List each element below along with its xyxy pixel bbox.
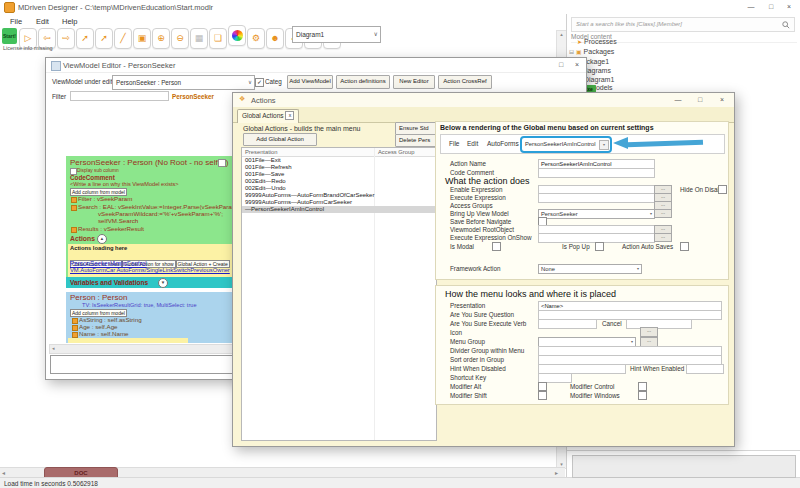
minimize-icon[interactable]: — (671, 96, 685, 103)
viewmodel-root-box[interactable]: PersonSeeker : Person (No Root - no self… (66, 156, 253, 288)
maximize-icon[interactable]: □ (764, 3, 778, 10)
viewmodel-combo[interactable]: PersonSeeker : Person ∨ (112, 75, 255, 90)
maximize-icon[interactable]: □ (554, 61, 568, 68)
categ-checkbox[interactable]: ✓ (255, 78, 264, 87)
list-item[interactable]: 99999AutoForms—AutoFormBrandOfCarSeeker (242, 192, 437, 199)
close-icon[interactable]: × (782, 3, 796, 10)
modifier-shift-checkbox[interactable] (538, 391, 547, 400)
column-asstring[interactable]: AsString : self.asString (79, 316, 142, 323)
delete-pers-button[interactable]: Delete Pers (395, 134, 440, 147)
modifier-windows-checkbox[interactable] (638, 391, 647, 400)
hint-enabled-input[interactable] (686, 364, 724, 374)
action-auto-saves-checkbox[interactable] (680, 242, 689, 251)
code-comment-input[interactable] (538, 168, 655, 178)
pointer-arrow-icon[interactable]: ➚ (76, 28, 94, 49)
action-definitions-button[interactable]: Action definitions (336, 75, 390, 89)
scroll-left-icon[interactable]: ◂ (52, 345, 55, 351)
no-self-checkbox[interactable] (218, 159, 226, 167)
connector-line-icon[interactable]: ╱ (114, 28, 132, 49)
tree-label: Packages (584, 48, 615, 55)
preview-menu-autoforms[interactable]: AutoForms (487, 140, 519, 147)
tree-item-packages[interactable]: ⊟ ▣ Packages (569, 48, 614, 55)
list-item[interactable]: 002Edit—Redo (242, 178, 437, 185)
is-popup-label: Is Pop Up (562, 243, 590, 250)
hide-on-disable-checkbox[interactable] (718, 185, 727, 194)
bring-up-view-model-combo[interactable]: PersonSeeker ▾ (538, 209, 655, 219)
new-editor-button[interactable]: New Editor (393, 75, 435, 89)
search-node-line1[interactable]: Search : EAL: vSeekIntValue:=Integer.Par… (78, 203, 241, 210)
diagram-combo[interactable]: Diagram1 ∨ (292, 26, 381, 43)
scroll-up-icon[interactable]: ▴ (557, 31, 566, 37)
zoom-out-icon[interactable]: ⊖ (171, 28, 189, 49)
execute-expression-input[interactable] (538, 193, 655, 203)
highlighted-menu-item[interactable]: PersonSeekerIAmInControl ▾ (520, 136, 612, 153)
cancel-verb-input[interactable] (626, 319, 692, 329)
search-input[interactable]: Start a search like this [Class].[Member… (571, 17, 795, 32)
gears-icon[interactable]: ⚙ (247, 28, 265, 49)
column-access-group[interactable]: Access Group (378, 149, 414, 155)
list-item[interactable]: 99999AutoForms—AutoFormCarSeeker (242, 199, 437, 206)
tab-close-icon[interactable]: x (285, 111, 294, 120)
list-header: Presentation Access Group (242, 148, 436, 157)
tree-item-processes[interactable]: ➤ Processes (577, 38, 617, 45)
close-icon[interactable]: × (715, 96, 729, 103)
framework-action-combo[interactable]: None ▾ (538, 264, 642, 274)
list-item[interactable]: 001File—Refresh (242, 164, 437, 171)
results-node[interactable]: Results : vSeekerResult (78, 225, 144, 232)
add-global-action-button[interactable]: Add Global Action (243, 133, 317, 146)
modifier-alt-checkbox[interactable] (538, 382, 547, 391)
color-wheel-icon[interactable] (228, 25, 246, 46)
bring-up-dots-button[interactable]: ... (654, 209, 672, 218)
collapse-icon[interactable]: ▴ (97, 234, 107, 244)
icon-dots-button[interactable]: ... (640, 327, 658, 337)
maximize-icon[interactable]: □ (693, 96, 707, 103)
list-item[interactable]: 001File—Exit (242, 157, 437, 164)
zoom-in-icon[interactable]: ⊕ (152, 28, 170, 49)
list-item[interactable]: 002Edit—Undo (242, 185, 437, 192)
divider-group-label: Divider Group within Menu (450, 347, 524, 354)
process-icon: ➤ (577, 39, 582, 45)
scroll-right-icon[interactable]: ▸ (555, 469, 558, 476)
action-link-personseeker[interactable]: PersonSeekerIAmInControl (70, 260, 147, 267)
filter-node[interactable]: Filter : vSeekParam (78, 195, 132, 202)
monitor-icon[interactable]: ▣ (133, 28, 151, 49)
start-button[interactable]: Start! (2, 28, 17, 44)
close-icon[interactable]: × (570, 61, 584, 68)
user-icon[interactable]: ☻ (266, 28, 284, 49)
add-viewmodel-button[interactable]: Add ViewModel (287, 75, 333, 89)
pointer-arrow-new-icon[interactable]: ➚ (95, 28, 113, 49)
column-presentation[interactable]: Presentation (245, 149, 278, 155)
shortcut-key-label: Shortcut Key (450, 374, 486, 381)
preview-menu-file[interactable]: File (449, 140, 459, 147)
search-node-icon (71, 205, 77, 211)
minimize-icon[interactable]: — (744, 3, 758, 10)
list-item[interactable]: 001File—Save (242, 171, 437, 178)
are-you-sure-verb-input[interactable] (538, 319, 597, 329)
modifier-control-checkbox[interactable] (638, 382, 647, 391)
execute-onshow-dots-button[interactable]: ... (654, 233, 672, 242)
scroll-left-icon[interactable]: ◂ (2, 469, 5, 476)
global-actions-list[interactable]: Presentation Access Group 001File—Exit 0… (241, 147, 437, 441)
list-item-selected[interactable]: —PersonSeekerIAmInControl (242, 206, 437, 213)
variables-validations-bar[interactable]: Variables and Validations ▼ (66, 277, 253, 288)
tab-global-actions[interactable]: Global Actions x (237, 109, 299, 123)
copy-diagram-icon[interactable]: ❏ (209, 28, 227, 49)
preview-menu-edit[interactable]: Edit (467, 140, 478, 147)
expand-icon[interactable]: ▼ (158, 278, 168, 288)
menu-dropdown-icon[interactable]: ▾ (599, 140, 609, 150)
tree-item-diagram1[interactable]: Diagram1 (584, 76, 614, 83)
column-name[interactable]: Name : self.Name (79, 330, 129, 337)
expander-icon[interactable]: ⊟ (569, 49, 574, 55)
column-age[interactable]: Age : self.Age (79, 323, 118, 330)
icon-label: Icon (450, 329, 462, 336)
action-link-autoformcar[interactable]: VM.AutoFormCar AutoForms/SingleLinkSwitc… (70, 267, 230, 273)
action-auto-saves-label: Action Auto Saves (622, 243, 673, 250)
filter-input[interactable] (70, 91, 169, 101)
is-modal-checkbox[interactable] (492, 242, 501, 251)
is-popup-checkbox[interactable] (595, 242, 604, 251)
action-crossref-button[interactable]: Action CrossRef (438, 75, 492, 89)
arrow-right-icon[interactable]: ⇨ (57, 28, 75, 49)
grid-icon[interactable]: ▦ (190, 28, 208, 49)
breadcrumb[interactable]: PersonSeeker (172, 93, 214, 100)
person-grid-box[interactable]: Person : Person TV: IsSeekerResultGrid: … (66, 292, 243, 343)
